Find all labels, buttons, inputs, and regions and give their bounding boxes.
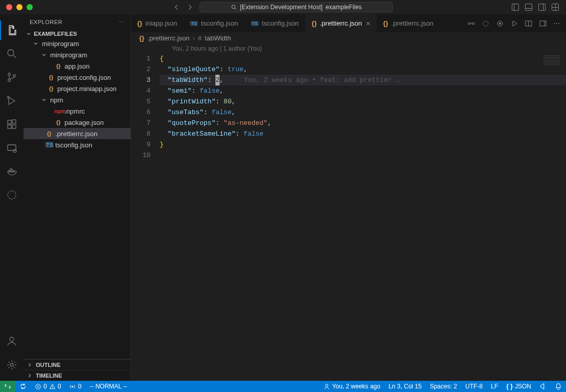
- code-editor[interactable]: 12345678910 { "singleQuote": true, "tabW…: [131, 53, 566, 381]
- breadcrumb-symbol: tabWidth: [205, 34, 231, 42]
- code-line[interactable]: "tabWidth": 2,You, 2 weeks ago • feat: a…: [160, 75, 566, 85]
- tree-item-label: app.json: [64, 62, 90, 70]
- svg-point-6: [13, 75, 16, 77]
- close-tab-button[interactable]: ×: [366, 19, 370, 28]
- field-icon: #: [198, 34, 202, 42]
- code-line[interactable]: [160, 150, 566, 161]
- debug-icon: [6, 95, 18, 107]
- toggle-annotations-icon[interactable]: [496, 19, 504, 28]
- activity-accounts[interactable]: [0, 330, 24, 353]
- ts-icon: TS: [251, 21, 259, 26]
- explorer-root[interactable]: EXAMPLEFILES: [24, 30, 130, 38]
- split-editor-icon[interactable]: [525, 19, 533, 28]
- extensions-icon: [6, 118, 18, 130]
- chevron-right-icon: [27, 373, 33, 379]
- warning-icon: [49, 383, 56, 390]
- feedback-button[interactable]: [535, 383, 551, 390]
- svg-rect-11: [12, 120, 16, 123]
- tree-item-label: project.miniapp.json: [57, 85, 117, 93]
- svg-point-18: [8, 191, 16, 199]
- activity-search[interactable]: [0, 42, 24, 66]
- command-center[interactable]: [Extension Development Host] exampleFile…: [200, 2, 393, 12]
- file-history-icon[interactable]: [482, 19, 490, 28]
- activity-source-control[interactable]: [0, 66, 24, 89]
- chevron-down-icon: [41, 52, 48, 58]
- toggle-panel-button[interactable]: [525, 4, 532, 11]
- file-item[interactable]: {}project.config.json: [24, 72, 130, 83]
- remote-indicator[interactable]: [0, 381, 15, 392]
- run-icon[interactable]: [510, 19, 518, 28]
- file-item[interactable]: TStsconfig.json: [24, 139, 130, 150]
- editor-tab[interactable]: TStsconfig.json: [245, 14, 306, 32]
- toggle-secondary-sidebar-button[interactable]: [538, 4, 546, 11]
- problems-button[interactable]: 0 0: [31, 381, 65, 392]
- file-tree: miniprogramminiprogram{}app.json{}projec…: [24, 38, 130, 150]
- svg-point-5: [8, 79, 11, 82]
- timeline-section[interactable]: TIMELINE: [24, 370, 130, 381]
- toggle-primary-sidebar-button[interactable]: [512, 4, 519, 11]
- code-line[interactable]: {: [160, 53, 566, 64]
- sidebar-more-button[interactable]: ⋯: [119, 19, 125, 26]
- svg-point-19: [10, 337, 14, 341]
- activity-run-debug[interactable]: [0, 89, 24, 113]
- close-window-button[interactable]: [6, 4, 12, 10]
- file-item[interactable]: {}.prettierrc.json: [24, 128, 130, 139]
- minimize-window-button[interactable]: [16, 4, 23, 10]
- remote-icon: [6, 142, 18, 154]
- activity-settings[interactable]: [0, 353, 24, 377]
- sync-button[interactable]: [15, 381, 31, 392]
- svg-point-25: [499, 23, 501, 25]
- code-line[interactable]: "singleQuote": true,: [160, 64, 566, 75]
- folder-item[interactable]: npm: [24, 94, 130, 105]
- editor-tab[interactable]: {}.prettierrc.json: [377, 14, 441, 32]
- activity-explorer[interactable]: [0, 18, 24, 42]
- code-line[interactable]: "quoteProps": "as-needed",: [160, 118, 566, 128]
- folder-item[interactable]: miniprogram: [24, 49, 130, 60]
- layout-icon2[interactable]: [539, 19, 547, 28]
- editor-tab[interactable]: {}.prettierrc.json×: [306, 14, 377, 32]
- ts-icon: TS: [45, 142, 53, 148]
- editor-tab[interactable]: TStsconfig.json: [184, 14, 245, 32]
- svg-rect-9: [8, 125, 11, 128]
- svg-point-0: [232, 5, 235, 9]
- activity-unknown[interactable]: [0, 183, 24, 207]
- code-content[interactable]: { "singleQuote": true, "tabWidth": 2,You…: [160, 53, 566, 381]
- encoding[interactable]: UTF-8: [461, 383, 487, 390]
- svg-point-32: [72, 385, 73, 387]
- activity-extensions[interactable]: [0, 113, 24, 136]
- file-item[interactable]: npm.npmrc: [24, 105, 130, 117]
- json-icon: {}: [54, 63, 62, 69]
- svg-line-3: [13, 55, 16, 58]
- customize-layout-button[interactable]: [552, 4, 559, 11]
- notifications-button[interactable]: [551, 383, 566, 390]
- activity-docker[interactable]: [0, 160, 24, 183]
- indentation[interactable]: Spaces: 2: [426, 383, 461, 390]
- more-actions-button[interactable]: ⋯: [553, 19, 560, 27]
- folder-item[interactable]: miniprogram: [24, 38, 130, 49]
- json-icon: {}: [45, 130, 53, 137]
- nav-back-button[interactable]: [173, 4, 180, 11]
- editor-tab[interactable]: {}iniapp.json: [131, 14, 184, 32]
- cursor-position[interactable]: Ln 3, Col 15: [384, 383, 426, 390]
- file-item[interactable]: {}app.json: [24, 60, 130, 72]
- code-line[interactable]: "bracketSameLine": false: [160, 128, 566, 139]
- tree-item-label: project.config.json: [57, 74, 111, 81]
- json-icon: {}: [47, 85, 55, 92]
- nav-forward-button[interactable]: [186, 4, 193, 11]
- code-line[interactable]: "useTabs": false,: [160, 107, 566, 118]
- gitlens-blame-status[interactable]: You, 2 weeks ago: [319, 383, 384, 390]
- breadcrumbs[interactable]: {} .prettierrc.json › # tabWidth: [131, 32, 566, 44]
- ports-button[interactable]: 0: [65, 381, 85, 392]
- outline-section[interactable]: OUTLINE: [24, 359, 130, 370]
- compare-changes-icon[interactable]: [467, 19, 475, 28]
- eol[interactable]: LF: [487, 383, 502, 390]
- language-mode[interactable]: { } JSON: [502, 383, 535, 390]
- file-item[interactable]: {}package.json: [24, 117, 130, 128]
- code-line[interactable]: "semi": false,: [160, 85, 566, 96]
- code-line[interactable]: }: [160, 139, 566, 150]
- maximize-window-button[interactable]: [27, 4, 33, 10]
- file-item[interactable]: {}project.miniapp.json: [24, 83, 130, 94]
- command-center-prefix: [Extension Development Host]: [240, 4, 322, 11]
- activity-remote[interactable]: [0, 136, 24, 160]
- code-line[interactable]: "printWidth": 80,: [160, 96, 566, 107]
